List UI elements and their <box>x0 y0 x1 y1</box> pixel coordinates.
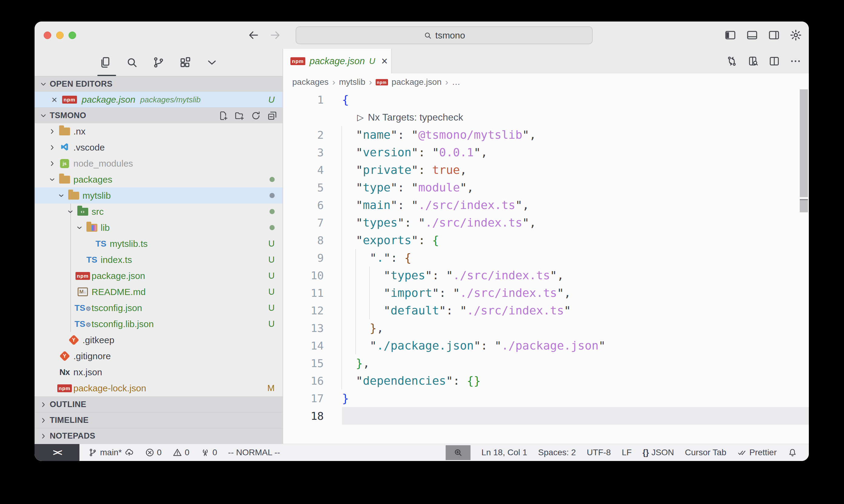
close-tab-icon[interactable]: × <box>381 56 388 67</box>
tree-item--nx[interactable]: .nx <box>35 123 282 139</box>
collapse-folders-icon[interactable] <box>267 110 278 121</box>
tree-item-package-lock-json[interactable]: npmpackage-lock.jsonM <box>35 380 282 396</box>
code-line-6[interactable]: 6 "main": "./src/index.ts", <box>283 196 809 214</box>
more-actions-icon[interactable] <box>789 55 802 67</box>
code-line-15[interactable]: 15 }, <box>283 354 809 372</box>
breadcrumb-item[interactable]: package.json <box>392 77 442 87</box>
source-control-icon[interactable] <box>150 53 167 72</box>
encoding-status[interactable]: UTF-8 <box>587 448 611 457</box>
section-header-outline[interactable]: OUTLINE <box>35 396 282 412</box>
tree-item-tsconfig-json[interactable]: TStsconfig.jsonU <box>35 300 282 316</box>
code-line-1[interactable]: 1{ <box>283 91 809 108</box>
tree-item-src[interactable]: src <box>35 203 282 220</box>
code-line-18[interactable]: 18 <box>283 407 809 425</box>
zoom-window-button[interactable] <box>69 32 76 39</box>
tree-item--gitignore[interactable]: Y.gitignore <box>35 348 282 364</box>
zoom-indicator[interactable] <box>446 445 470 460</box>
codelens-nx-targets[interactable]: ▷Nx Targets: typecheck <box>283 108 809 126</box>
search-editor-icon[interactable] <box>747 55 759 67</box>
errors-status[interactable]: 0 <box>145 448 162 457</box>
minimize-window-button[interactable] <box>56 32 64 39</box>
new-folder-icon[interactable] <box>234 110 245 121</box>
tree-item--vscode[interactable]: .vscode <box>35 139 282 156</box>
open-editors-header[interactable]: OPEN EDITORS <box>35 76 282 92</box>
code-editor[interactable]: 1{▷Nx Targets: typecheck2 "name": "@tsmo… <box>283 91 809 444</box>
breadcrumb-item[interactable]: packages <box>292 77 329 87</box>
chevron-right-icon[interactable] <box>47 144 57 151</box>
compare-changes-icon[interactable] <box>726 55 738 67</box>
vim-mode-status[interactable]: -- NORMAL -- <box>228 448 280 457</box>
close-editor-icon[interactable]: × <box>52 95 57 105</box>
code-line-8[interactable]: 8 "exports": { <box>283 231 809 249</box>
command-center-search[interactable]: tsmono <box>296 26 593 44</box>
section-header-notepads[interactable]: NOTEPADS <box>35 428 282 444</box>
code-line-9[interactable]: 9 ".": { <box>283 249 809 267</box>
tree-item-readme-md[interactable]: M↓README.mdU <box>35 284 282 300</box>
code-line-14[interactable]: 14 "./package.json": "./package.json" <box>283 337 809 354</box>
chevron-down-icon[interactable] <box>47 176 57 183</box>
editor-scrollbar-decoration[interactable] <box>800 199 808 212</box>
tree-item-package-json[interactable]: npmpackage.jsonU <box>35 268 282 284</box>
chevron-down-icon[interactable] <box>74 224 85 232</box>
code-line-5[interactable]: 5 "type": "module", <box>283 179 809 196</box>
cursor-position-status[interactable]: Ln 18, Col 1 <box>481 448 527 457</box>
workspace-header[interactable]: TSMONO <box>35 108 282 123</box>
more-views-icon[interactable] <box>203 53 220 72</box>
chevron-right-icon[interactable] <box>47 127 57 136</box>
refresh-explorer-icon[interactable] <box>251 110 261 121</box>
warnings-status[interactable]: 0 <box>172 448 189 457</box>
open-editor-item[interactable]: × npm package.json packages/mytslib U <box>35 92 282 108</box>
tab-package-json[interactable]: npm package.json U × <box>283 49 392 73</box>
git-status-badge: U <box>268 303 275 313</box>
navigate-forward-button[interactable] <box>269 29 282 42</box>
section-header-timeline[interactable]: TIMELINE <box>35 412 282 428</box>
layout-panel-icon[interactable] <box>746 29 758 41</box>
code-line-2[interactable]: 2 "name": "@tsmono/mytslib", <box>283 126 809 144</box>
chevron-down-icon[interactable] <box>56 192 67 200</box>
search-icon[interactable] <box>123 53 140 72</box>
notifications-bell[interactable] <box>788 448 797 457</box>
close-window-button[interactable] <box>44 32 51 39</box>
indentation-status[interactable]: Spaces: 2 <box>538 448 576 457</box>
git-status-badge: U <box>369 56 375 66</box>
formatter-status[interactable]: Prettier <box>737 448 777 457</box>
split-editor-icon[interactable] <box>768 55 780 67</box>
extensions-icon[interactable] <box>177 53 194 72</box>
git-branch-status[interactable]: main* <box>88 448 134 457</box>
tree-item-mytslib[interactable]: mytslib <box>35 187 282 203</box>
explorer-icon[interactable] <box>97 53 114 72</box>
line-number: 12 <box>283 304 324 317</box>
code-line-3[interactable]: 3 "version": "0.0.1", <box>283 144 809 161</box>
tree-item-nx-json[interactable]: Nxnx.json <box>35 364 282 380</box>
tree-item-tsconfig-lib-json[interactable]: TStsconfig.lib.jsonU <box>35 316 282 332</box>
code-line-10[interactable]: 10 "types": "./src/index.ts", <box>283 267 809 284</box>
navigate-back-button[interactable] <box>247 29 260 42</box>
code-line-7[interactable]: 7 "types": "./src/index.ts", <box>283 214 809 231</box>
cursor-tab-status[interactable]: Cursor Tab <box>685 448 726 457</box>
tree-item-lib[interactable]: lib <box>35 220 282 236</box>
code-line-11[interactable]: 11 "import": "./src/index.ts", <box>283 284 809 302</box>
chevron-right-icon[interactable] <box>47 160 57 167</box>
code-line-16[interactable]: 16 "dependencies": {} <box>283 372 809 390</box>
editor-scrollbar[interactable] <box>800 89 808 197</box>
tree-item-packages[interactable]: packages <box>35 172 282 187</box>
settings-gear-icon[interactable] <box>789 29 802 41</box>
language-status[interactable]: {}JSON <box>643 448 674 457</box>
eol-status[interactable]: LF <box>622 448 632 457</box>
breadcrumb-item[interactable]: … <box>452 77 461 87</box>
tree-item-index-ts[interactable]: TSindex.tsU <box>35 252 282 268</box>
code-line-12[interactable]: 12 "default": "./src/index.ts" <box>283 302 809 319</box>
chevron-down-icon[interactable] <box>65 208 76 216</box>
remote-indicator[interactable]: >< <box>35 444 80 461</box>
layout-sidebar-right-icon[interactable] <box>768 29 780 41</box>
ports-status[interactable]: 0 <box>201 448 217 457</box>
tree-item--gitkeep[interactable]: Y.gitkeep <box>35 332 282 348</box>
layout-sidebar-left-icon[interactable] <box>724 29 737 41</box>
breadcrumb-item[interactable]: mytslib <box>339 77 365 87</box>
new-file-icon[interactable] <box>218 110 228 121</box>
code-line-17[interactable]: 17} <box>283 390 809 407</box>
code-line-4[interactable]: 4 "private": true, <box>283 161 809 179</box>
tree-item-mytslib-ts[interactable]: TSmytslib.tsU <box>35 236 282 252</box>
tree-item-node-modules[interactable]: jsnode_modules <box>35 156 282 172</box>
code-line-13[interactable]: 13 }, <box>283 319 809 337</box>
